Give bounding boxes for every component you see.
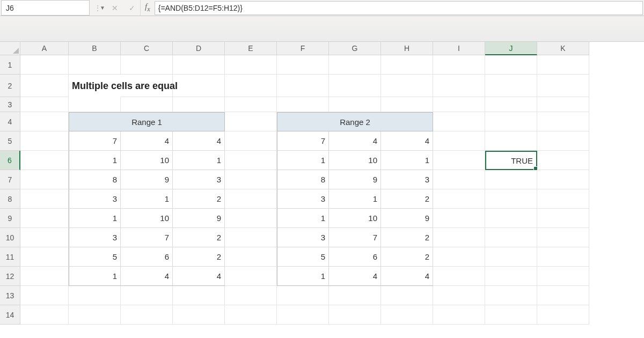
cell-F2[interactable] <box>277 75 329 97</box>
cell-F5[interactable]: 7 <box>277 131 329 151</box>
cell-A7[interactable] <box>20 170 69 189</box>
row-header-12[interactable]: 12 <box>0 267 20 286</box>
row-header-13[interactable]: 13 <box>0 286 20 305</box>
cell-C6[interactable]: 10 <box>121 151 173 170</box>
cell-E1[interactable] <box>225 55 277 75</box>
cell-B6[interactable]: 1 <box>69 151 121 170</box>
column-header-F[interactable]: F <box>277 42 329 55</box>
row-header-10[interactable]: 10 <box>0 228 20 247</box>
name-box-container[interactable]: ▼ <box>1 0 90 16</box>
cell-K11[interactable] <box>537 247 589 267</box>
cell-H14[interactable] <box>381 305 433 325</box>
cell-D6[interactable]: 1 <box>173 151 225 170</box>
cell-A1[interactable] <box>20 55 69 75</box>
accept-icon[interactable]: ✓ <box>128 4 136 12</box>
cell-K1[interactable] <box>537 55 589 75</box>
cell-E6[interactable] <box>225 151 277 170</box>
cell-C4[interactable]: Range 1 <box>121 112 173 131</box>
cell-C12[interactable]: 4 <box>121 267 173 286</box>
cell-K4[interactable] <box>537 112 589 131</box>
row-header-3[interactable]: 3 <box>0 97 20 112</box>
cell-K13[interactable] <box>537 286 589 305</box>
cell-C11[interactable]: 6 <box>121 247 173 267</box>
row-header-7[interactable]: 7 <box>0 170 20 189</box>
cell-A10[interactable] <box>20 228 69 247</box>
cell-I9[interactable] <box>433 209 485 228</box>
cell-C5[interactable]: 4 <box>121 131 173 151</box>
cell-B12[interactable]: 1 <box>69 267 121 286</box>
cell-K7[interactable] <box>537 170 589 189</box>
cell-J13[interactable] <box>485 286 537 305</box>
cell-H6[interactable]: 1 <box>381 151 433 170</box>
cell-B4[interactable] <box>69 112 121 131</box>
cell-C1[interactable] <box>121 55 173 75</box>
cell-H10[interactable]: 2 <box>381 228 433 247</box>
cell-F11[interactable]: 5 <box>277 247 329 267</box>
cell-H1[interactable] <box>381 55 433 75</box>
cell-G12[interactable]: 4 <box>329 267 381 286</box>
fx-icon[interactable]: fx <box>141 2 155 13</box>
cell-I6[interactable] <box>433 151 485 170</box>
cell-E4[interactable] <box>225 112 277 131</box>
row-header-6[interactable]: 6 <box>0 151 20 170</box>
column-header-E[interactable]: E <box>225 42 277 55</box>
cell-K12[interactable] <box>537 267 589 286</box>
cell-D9[interactable]: 9 <box>173 209 225 228</box>
row-header-14[interactable]: 14 <box>0 305 20 325</box>
cell-E14[interactable] <box>225 305 277 325</box>
cell-J8[interactable] <box>485 189 537 209</box>
cell-A6[interactable] <box>20 151 69 170</box>
cell-E11[interactable] <box>225 247 277 267</box>
cell-I11[interactable] <box>433 247 485 267</box>
cell-D1[interactable] <box>173 55 225 75</box>
cell-G1[interactable] <box>329 55 381 75</box>
cell-B7[interactable]: 8 <box>69 170 121 189</box>
cell-G14[interactable] <box>329 305 381 325</box>
cell-F1[interactable] <box>277 55 329 75</box>
cell-F10[interactable]: 3 <box>277 228 329 247</box>
cell-H5[interactable]: 4 <box>381 131 433 151</box>
cell-K10[interactable] <box>537 228 589 247</box>
column-header-B[interactable]: B <box>69 42 121 55</box>
cell-D4[interactable] <box>173 112 225 131</box>
cell-D13[interactable] <box>173 286 225 305</box>
cell-K8[interactable] <box>537 189 589 209</box>
cell-I1[interactable] <box>433 55 485 75</box>
cell-I3[interactable] <box>433 97 485 112</box>
cell-I13[interactable] <box>433 286 485 305</box>
cell-A13[interactable] <box>20 286 69 305</box>
cell-F3[interactable] <box>277 97 329 112</box>
cell-H4[interactable] <box>381 112 433 131</box>
cell-F4[interactable] <box>277 112 329 131</box>
cell-B5[interactable]: 7 <box>69 131 121 151</box>
cell-H12[interactable]: 4 <box>381 267 433 286</box>
cell-D11[interactable]: 2 <box>173 247 225 267</box>
cell-B2[interactable]: Multiple cells are equal <box>69 75 121 97</box>
cell-H9[interactable]: 9 <box>381 209 433 228</box>
cell-A11[interactable] <box>20 247 69 267</box>
cell-A8[interactable] <box>20 189 69 209</box>
cell-I8[interactable] <box>433 189 485 209</box>
cell-I7[interactable] <box>433 170 485 189</box>
row-header-5[interactable]: 5 <box>0 131 20 151</box>
cell-G3[interactable] <box>329 97 381 112</box>
cell-A9[interactable] <box>20 209 69 228</box>
cell-C14[interactable] <box>121 305 173 325</box>
cell-I10[interactable] <box>433 228 485 247</box>
cell-J7[interactable] <box>485 170 537 189</box>
cell-A5[interactable] <box>20 131 69 151</box>
cell-F8[interactable]: 3 <box>277 189 329 209</box>
column-header-H[interactable]: H <box>381 42 433 55</box>
cell-D2[interactable] <box>173 75 225 97</box>
cell-B8[interactable]: 3 <box>69 189 121 209</box>
formula-input[interactable]: {=AND(B5:D12=F5:H12)} <box>155 1 643 15</box>
cell-G9[interactable]: 10 <box>329 209 381 228</box>
cell-A4[interactable] <box>20 112 69 131</box>
cell-H7[interactable]: 3 <box>381 170 433 189</box>
cell-G10[interactable]: 7 <box>329 228 381 247</box>
cell-A14[interactable] <box>20 305 69 325</box>
column-header-K[interactable]: K <box>537 42 589 55</box>
cell-H3[interactable] <box>381 97 433 112</box>
cell-G5[interactable]: 4 <box>329 131 381 151</box>
cell-J5[interactable] <box>485 131 537 151</box>
